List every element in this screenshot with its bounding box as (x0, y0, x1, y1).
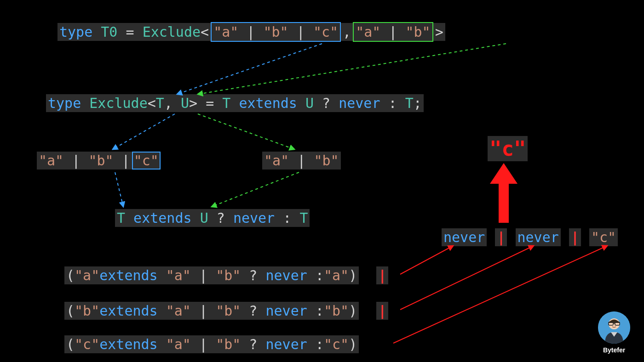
svg-line-0 (177, 44, 322, 94)
svg-line-2 (113, 114, 175, 149)
equals: = (117, 24, 142, 40)
distributed-check-b: ("b"extends "a" | "b" ? never :"b") | (64, 302, 388, 320)
svg-marker-10 (490, 163, 518, 184)
svg-line-6 (400, 246, 453, 274)
c-highlight-box: "c" (132, 152, 161, 170)
union-result-line: never | never | "c" (442, 228, 618, 246)
distributed-U-line: "a" | "b" (262, 152, 341, 170)
type-name: T0 (101, 24, 117, 40)
author-name: Bytefer (598, 346, 630, 354)
svg-line-3 (198, 114, 294, 149)
final-result-c: "c" (488, 136, 528, 161)
comma: , (343, 24, 351, 40)
svg-line-4 (115, 172, 123, 207)
avatar-icon (598, 311, 630, 344)
utility-exclude: Exclude (143, 24, 201, 40)
lt: < (201, 24, 209, 40)
up-arrow-icon (490, 163, 518, 223)
svg-line-5 (212, 172, 299, 207)
distributed-T-line: "a" | "b" | "c" (37, 152, 161, 170)
gt: > (435, 24, 443, 40)
conditional-type-line: T extends U ? never : T (115, 209, 310, 227)
distributed-check-a: ("a"extends "a" | "b" ? never :"a") | (64, 266, 388, 284)
keyword-type: type (59, 24, 101, 40)
author-badge: Bytefer (598, 311, 630, 354)
second-union-box: "a" | "b" (353, 22, 433, 42)
svg-line-1 (198, 44, 506, 94)
svg-line-7 (400, 246, 534, 310)
type-declaration-line: type T0 = Exclude<"a" | "b" | "c", "a" |… (58, 22, 445, 42)
svg-line-8 (393, 246, 607, 343)
first-union-box: "a" | "b" | "c" (211, 22, 341, 42)
exclude-definition-line: type Exclude<T, U> = T extends U ? never… (46, 94, 424, 112)
distributed-check-c: ("c"extends "a" | "b" ? never :"c") (64, 335, 359, 353)
